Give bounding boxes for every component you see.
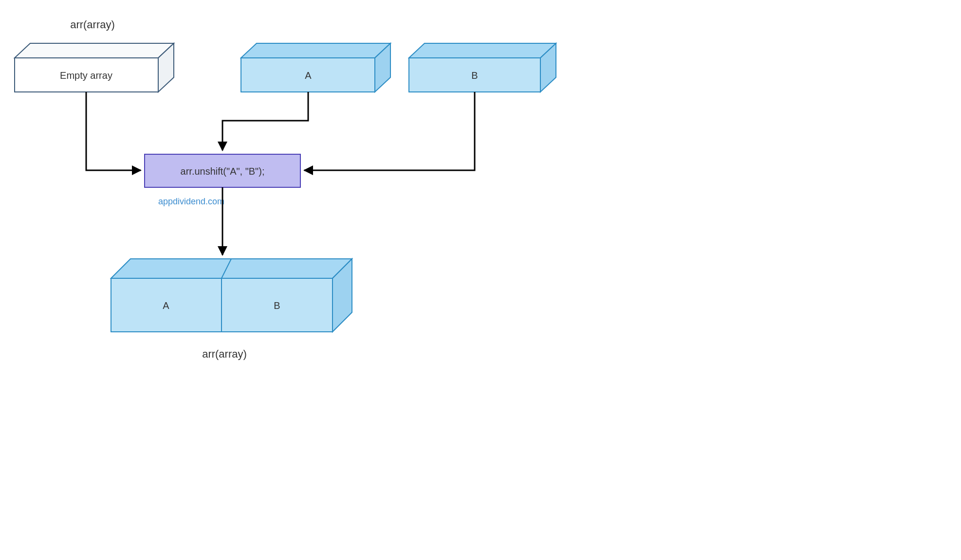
operation-box: arr.unshift("A", "B"); [145, 154, 300, 187]
operation-label: arr.unshift("A", "B"); [181, 166, 265, 177]
empty-array-top-face [15, 43, 174, 58]
arrow-empty-to-op [86, 92, 141, 170]
empty-array-label: Empty array [60, 70, 112, 81]
empty-array-box: Empty array [15, 43, 174, 92]
input-a-top-face [241, 43, 390, 58]
input-a-label: A [305, 70, 312, 81]
title-top: arr(array) [70, 18, 115, 31]
arrow-b-to-op [304, 92, 475, 170]
input-b-top-face [409, 43, 556, 58]
diagram-canvas: arr(array) Empty array A B arr.unshift("… [0, 0, 721, 420]
input-b-box: B [409, 43, 556, 92]
result-b-label: B [274, 300, 280, 311]
result-top-face [111, 259, 352, 278]
input-a-box: A [241, 43, 390, 92]
input-b-label: B [471, 70, 478, 81]
title-bottom: arr(array) [202, 348, 247, 360]
result-array-box: A B [111, 259, 352, 332]
arrow-a-to-op [222, 92, 308, 150]
result-a-label: A [163, 300, 169, 311]
watermark-text: appdividend.com [158, 197, 224, 206]
